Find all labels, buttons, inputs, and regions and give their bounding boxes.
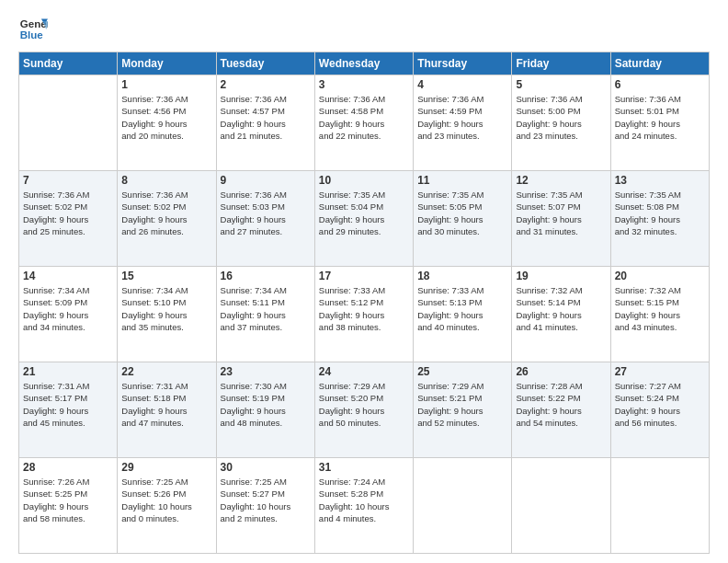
day-info: Sunrise: 7:35 AM Sunset: 5:04 PM Dayligh… xyxy=(319,189,409,237)
day-info: Sunrise: 7:35 AM Sunset: 5:07 PM Dayligh… xyxy=(516,189,606,237)
day-number: 6 xyxy=(615,78,705,91)
weekday-header-monday: Monday xyxy=(118,52,216,75)
day-number: 16 xyxy=(221,270,311,282)
calendar-cell: 31Sunrise: 7:24 AM Sunset: 5:28 PM Dayli… xyxy=(314,458,413,554)
day-info: Sunrise: 7:35 AM Sunset: 5:08 PM Dayligh… xyxy=(615,189,705,237)
calendar-cell: 5Sunrise: 7:36 AM Sunset: 5:00 PM Daylig… xyxy=(512,75,610,171)
day-info: Sunrise: 7:30 AM Sunset: 5:19 PM Dayligh… xyxy=(221,380,311,429)
day-info: Sunrise: 7:33 AM Sunset: 5:12 PM Dayligh… xyxy=(319,284,409,333)
day-info: Sunrise: 7:27 AM Sunset: 5:24 PM Dayligh… xyxy=(615,380,705,429)
calendar-cell: 1Sunrise: 7:36 AM Sunset: 4:56 PM Daylig… xyxy=(118,75,216,171)
calendar-table: SundayMondayTuesdayWednesdayThursdayFrid… xyxy=(18,52,710,554)
calendar-cell: 25Sunrise: 7:29 AM Sunset: 5:21 PM Dayli… xyxy=(414,362,512,458)
calendar-cell: 10Sunrise: 7:35 AM Sunset: 5:04 PM Dayli… xyxy=(314,171,413,267)
weekday-header-saturday: Saturday xyxy=(610,52,709,75)
calendar-page: General Blue SundayMondayTuesdayWednesda… xyxy=(0,0,728,563)
header: General Blue xyxy=(18,15,710,44)
calendar-cell: 14Sunrise: 7:34 AM Sunset: 5:09 PM Dayli… xyxy=(19,267,118,362)
day-number: 22 xyxy=(121,365,211,378)
day-number: 9 xyxy=(221,174,311,187)
calendar-cell: 7Sunrise: 7:36 AM Sunset: 5:02 PM Daylig… xyxy=(19,171,118,267)
calendar-cell: 4Sunrise: 7:36 AM Sunset: 4:59 PM Daylig… xyxy=(414,75,512,171)
day-info: Sunrise: 7:36 AM Sunset: 4:57 PM Dayligh… xyxy=(221,93,311,142)
day-number: 23 xyxy=(221,365,311,378)
calendar-cell: 26Sunrise: 7:28 AM Sunset: 5:22 PM Dayli… xyxy=(512,362,610,458)
day-number: 31 xyxy=(319,461,409,474)
day-info: Sunrise: 7:29 AM Sunset: 5:21 PM Dayligh… xyxy=(417,380,507,429)
day-number: 18 xyxy=(417,270,507,282)
calendar-cell: 11Sunrise: 7:35 AM Sunset: 5:05 PM Dayli… xyxy=(414,171,512,267)
day-info: Sunrise: 7:36 AM Sunset: 5:01 PM Dayligh… xyxy=(615,93,705,142)
day-number: 3 xyxy=(319,78,409,91)
calendar-cell: 13Sunrise: 7:35 AM Sunset: 5:08 PM Dayli… xyxy=(610,171,709,267)
calendar-cell: 18Sunrise: 7:33 AM Sunset: 5:13 PM Dayli… xyxy=(414,267,512,362)
day-info: Sunrise: 7:36 AM Sunset: 5:00 PM Dayligh… xyxy=(516,93,606,142)
weekday-header-wednesday: Wednesday xyxy=(314,52,413,75)
weekday-header-tuesday: Tuesday xyxy=(216,52,314,75)
day-number: 27 xyxy=(615,365,705,378)
weekday-header-thursday: Thursday xyxy=(414,52,512,75)
day-info: Sunrise: 7:33 AM Sunset: 5:13 PM Dayligh… xyxy=(417,284,507,333)
day-info: Sunrise: 7:24 AM Sunset: 5:28 PM Dayligh… xyxy=(319,476,409,524)
svg-text:Blue: Blue xyxy=(20,29,44,40)
calendar-cell: 19Sunrise: 7:32 AM Sunset: 5:14 PM Dayli… xyxy=(512,267,610,362)
day-info: Sunrise: 7:32 AM Sunset: 5:15 PM Dayligh… xyxy=(615,284,705,333)
day-info: Sunrise: 7:36 AM Sunset: 4:58 PM Dayligh… xyxy=(319,93,409,142)
calendar-cell: 15Sunrise: 7:34 AM Sunset: 5:10 PM Dayli… xyxy=(118,267,216,362)
day-number: 7 xyxy=(23,174,113,187)
calendar-cell: 27Sunrise: 7:27 AM Sunset: 5:24 PM Dayli… xyxy=(610,362,709,458)
calendar-cell: 16Sunrise: 7:34 AM Sunset: 5:11 PM Dayli… xyxy=(216,267,314,362)
day-info: Sunrise: 7:36 AM Sunset: 4:59 PM Dayligh… xyxy=(417,93,507,142)
day-number: 13 xyxy=(615,174,705,187)
day-info: Sunrise: 7:26 AM Sunset: 5:25 PM Dayligh… xyxy=(23,476,113,524)
day-info: Sunrise: 7:36 AM Sunset: 5:02 PM Dayligh… xyxy=(121,189,211,237)
calendar-week-3: 14Sunrise: 7:34 AM Sunset: 5:09 PM Dayli… xyxy=(19,267,710,362)
day-number: 15 xyxy=(121,270,211,282)
weekday-header-row: SundayMondayTuesdayWednesdayThursdayFrid… xyxy=(19,52,710,75)
day-number: 8 xyxy=(121,174,211,187)
day-number: 2 xyxy=(221,78,311,91)
day-number: 14 xyxy=(23,270,113,282)
day-info: Sunrise: 7:34 AM Sunset: 5:10 PM Dayligh… xyxy=(121,284,211,333)
day-number: 30 xyxy=(221,461,311,474)
calendar-week-4: 21Sunrise: 7:31 AM Sunset: 5:17 PM Dayli… xyxy=(19,362,710,458)
day-info: Sunrise: 7:35 AM Sunset: 5:05 PM Dayligh… xyxy=(417,189,507,237)
day-number: 5 xyxy=(516,78,606,91)
day-number: 28 xyxy=(23,461,113,474)
day-number: 10 xyxy=(319,174,409,187)
day-info: Sunrise: 7:31 AM Sunset: 5:18 PM Dayligh… xyxy=(121,380,211,429)
day-number: 1 xyxy=(121,78,211,91)
calendar-cell: 23Sunrise: 7:30 AM Sunset: 5:19 PM Dayli… xyxy=(216,362,314,458)
calendar-week-2: 7Sunrise: 7:36 AM Sunset: 5:02 PM Daylig… xyxy=(19,171,710,267)
calendar-cell: 8Sunrise: 7:36 AM Sunset: 5:02 PM Daylig… xyxy=(118,171,216,267)
day-info: Sunrise: 7:31 AM Sunset: 5:17 PM Dayligh… xyxy=(23,380,113,429)
day-number: 25 xyxy=(417,365,507,378)
calendar-cell: 22Sunrise: 7:31 AM Sunset: 5:18 PM Dayli… xyxy=(118,362,216,458)
day-info: Sunrise: 7:34 AM Sunset: 5:09 PM Dayligh… xyxy=(23,284,113,333)
logo-icon: General Blue xyxy=(18,15,48,44)
calendar-cell: 9Sunrise: 7:36 AM Sunset: 5:03 PM Daylig… xyxy=(216,171,314,267)
day-number: 19 xyxy=(516,270,606,282)
day-number: 11 xyxy=(417,174,507,187)
day-info: Sunrise: 7:29 AM Sunset: 5:20 PM Dayligh… xyxy=(319,380,409,429)
calendar-cell: 6Sunrise: 7:36 AM Sunset: 5:01 PM Daylig… xyxy=(610,75,709,171)
calendar-cell: 17Sunrise: 7:33 AM Sunset: 5:12 PM Dayli… xyxy=(314,267,413,362)
day-info: Sunrise: 7:36 AM Sunset: 4:56 PM Dayligh… xyxy=(121,93,211,142)
calendar-cell: 20Sunrise: 7:32 AM Sunset: 5:15 PM Dayli… xyxy=(610,267,709,362)
day-number: 4 xyxy=(417,78,507,91)
calendar-cell: 29Sunrise: 7:25 AM Sunset: 5:26 PM Dayli… xyxy=(118,458,216,554)
day-info: Sunrise: 7:25 AM Sunset: 5:26 PM Dayligh… xyxy=(121,476,211,524)
weekday-header-friday: Friday xyxy=(512,52,610,75)
day-info: Sunrise: 7:32 AM Sunset: 5:14 PM Dayligh… xyxy=(516,284,606,333)
calendar-cell: 2Sunrise: 7:36 AM Sunset: 4:57 PM Daylig… xyxy=(216,75,314,171)
calendar-cell: 30Sunrise: 7:25 AM Sunset: 5:27 PM Dayli… xyxy=(216,458,314,554)
day-info: Sunrise: 7:34 AM Sunset: 5:11 PM Dayligh… xyxy=(221,284,311,333)
calendar-cell xyxy=(19,75,118,171)
calendar-cell: 28Sunrise: 7:26 AM Sunset: 5:25 PM Dayli… xyxy=(19,458,118,554)
day-number: 20 xyxy=(615,270,705,282)
day-number: 24 xyxy=(319,365,409,378)
day-info: Sunrise: 7:36 AM Sunset: 5:03 PM Dayligh… xyxy=(221,189,311,237)
day-info: Sunrise: 7:28 AM Sunset: 5:22 PM Dayligh… xyxy=(516,380,606,429)
day-number: 17 xyxy=(319,270,409,282)
day-number: 12 xyxy=(516,174,606,187)
